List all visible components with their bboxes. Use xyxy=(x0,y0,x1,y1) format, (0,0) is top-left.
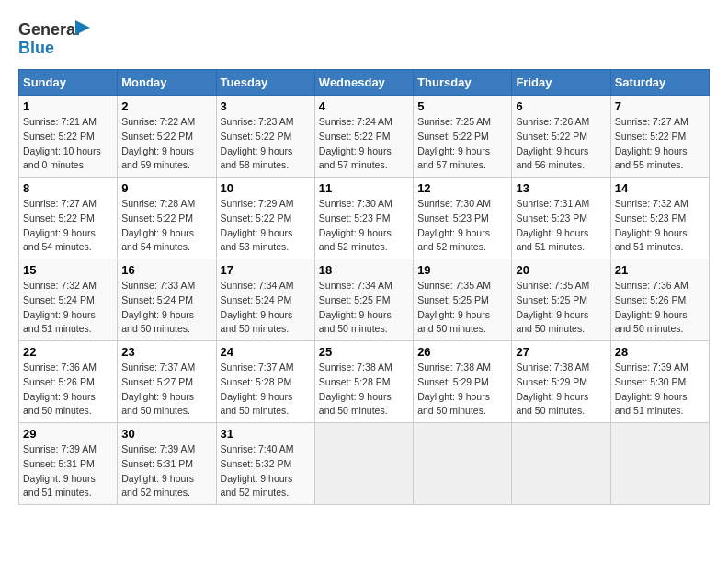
daylight-label: Daylight: 9 hours and 50 minutes. xyxy=(516,391,588,417)
daylight-label: Daylight: 9 hours and 52 minutes. xyxy=(319,227,392,253)
daylight-label: Daylight: 9 hours and 53 minutes. xyxy=(221,227,293,253)
logo: GeneralBlue xyxy=(18,18,92,60)
daylight-label: Daylight: 9 hours and 50 minutes. xyxy=(516,309,588,335)
sunset-label: Sunset: 5:28 PM xyxy=(221,376,292,387)
daylight-label: Daylight: 9 hours and 56 minutes. xyxy=(516,145,588,171)
day-number: 20 xyxy=(516,263,606,277)
day-number: 30 xyxy=(121,427,211,441)
day-info: Sunrise: 7:39 AM Sunset: 5:30 PM Dayligh… xyxy=(615,361,705,419)
day-info: Sunrise: 7:40 AM Sunset: 5:32 PM Dayligh… xyxy=(221,442,311,500)
daylight-label: Daylight: 9 hours and 50 minutes. xyxy=(23,391,96,417)
sunrise-label: Sunrise: 7:35 AM xyxy=(417,280,491,291)
calendar-cell xyxy=(512,423,610,505)
daylight-label: Daylight: 9 hours and 59 minutes. xyxy=(121,145,194,171)
day-info: Sunrise: 7:38 AM Sunset: 5:28 PM Dayligh… xyxy=(319,361,409,419)
calendar-cell: 9 Sunrise: 7:28 AM Sunset: 5:22 PM Dayli… xyxy=(118,178,216,259)
sunrise-label: Sunrise: 7:30 AM xyxy=(417,198,491,209)
day-number: 10 xyxy=(221,181,311,195)
day-info: Sunrise: 7:39 AM Sunset: 5:31 PM Dayligh… xyxy=(23,442,113,500)
sunrise-label: Sunrise: 7:29 AM xyxy=(221,198,294,209)
sunset-label: Sunset: 5:22 PM xyxy=(23,131,95,142)
daylight-label: Daylight: 9 hours and 54 minutes. xyxy=(121,227,194,253)
sunrise-label: Sunrise: 7:34 AM xyxy=(319,280,392,291)
day-number: 27 xyxy=(516,345,606,359)
sunset-label: Sunset: 5:31 PM xyxy=(23,458,95,469)
day-number: 13 xyxy=(516,181,606,195)
sunrise-label: Sunrise: 7:39 AM xyxy=(121,443,195,454)
sunrise-label: Sunrise: 7:38 AM xyxy=(417,362,491,373)
daylight-label: Daylight: 9 hours and 51 minutes. xyxy=(615,391,688,417)
calendar-cell: 10 Sunrise: 7:29 AM Sunset: 5:22 PM Dayl… xyxy=(216,178,314,259)
day-number: 11 xyxy=(319,181,409,195)
day-info: Sunrise: 7:23 AM Sunset: 5:22 PM Dayligh… xyxy=(221,115,311,173)
sunrise-label: Sunrise: 7:32 AM xyxy=(615,198,688,209)
day-number: 25 xyxy=(319,345,409,359)
sunset-label: Sunset: 5:29 PM xyxy=(516,376,587,387)
sunset-label: Sunset: 5:26 PM xyxy=(23,376,95,387)
sunrise-label: Sunrise: 7:31 AM xyxy=(516,198,589,209)
sunset-label: Sunset: 5:23 PM xyxy=(615,213,687,224)
sunrise-label: Sunrise: 7:24 AM xyxy=(319,116,392,127)
sunset-label: Sunset: 5:26 PM xyxy=(615,294,687,305)
daylight-label: Daylight: 9 hours and 50 minutes. xyxy=(221,309,293,335)
daylight-label: Daylight: 9 hours and 50 minutes. xyxy=(615,309,688,335)
sunrise-label: Sunrise: 7:39 AM xyxy=(23,443,97,454)
day-number: 18 xyxy=(319,263,409,277)
week-row-3: 15 Sunrise: 7:32 AM Sunset: 5:24 PM Dayl… xyxy=(19,259,710,341)
sunrise-label: Sunrise: 7:27 AM xyxy=(615,116,688,127)
header-saturday: Saturday xyxy=(610,70,709,96)
sunset-label: Sunset: 5:22 PM xyxy=(615,131,687,142)
day-info: Sunrise: 7:26 AM Sunset: 5:22 PM Dayligh… xyxy=(516,115,606,173)
calendar-cell xyxy=(610,423,709,505)
calendar-cell: 6 Sunrise: 7:26 AM Sunset: 5:22 PM Dayli… xyxy=(512,96,610,178)
daylight-label: Daylight: 9 hours and 52 minutes. xyxy=(417,227,490,253)
day-number: 1 xyxy=(23,99,113,113)
daylight-label: Daylight: 9 hours and 50 minutes. xyxy=(121,391,194,417)
sunrise-label: Sunrise: 7:39 AM xyxy=(615,362,688,373)
calendar-cell: 20 Sunrise: 7:35 AM Sunset: 5:25 PM Dayl… xyxy=(512,259,610,341)
calendar-header-row: SundayMondayTuesdayWednesdayThursdayFrid… xyxy=(19,70,710,96)
sunrise-label: Sunrise: 7:28 AM xyxy=(121,198,195,209)
sunset-label: Sunset: 5:22 PM xyxy=(221,131,292,142)
calendar-cell: 19 Sunrise: 7:35 AM Sunset: 5:25 PM Dayl… xyxy=(414,259,512,341)
calendar-cell: 29 Sunrise: 7:39 AM Sunset: 5:31 PM Dayl… xyxy=(19,423,118,505)
day-info: Sunrise: 7:35 AM Sunset: 5:25 PM Dayligh… xyxy=(417,279,507,337)
sunset-label: Sunset: 5:22 PM xyxy=(516,131,587,142)
sunset-label: Sunset: 5:32 PM xyxy=(221,458,292,469)
day-info: Sunrise: 7:32 AM Sunset: 5:23 PM Dayligh… xyxy=(615,197,705,255)
day-info: Sunrise: 7:22 AM Sunset: 5:22 PM Dayligh… xyxy=(121,115,211,173)
header-thursday: Thursday xyxy=(414,70,512,96)
calendar-cell: 13 Sunrise: 7:31 AM Sunset: 5:23 PM Dayl… xyxy=(512,178,610,259)
sunrise-label: Sunrise: 7:38 AM xyxy=(516,362,589,373)
sunrise-label: Sunrise: 7:27 AM xyxy=(23,198,97,209)
day-info: Sunrise: 7:32 AM Sunset: 5:24 PM Dayligh… xyxy=(23,279,113,337)
daylight-label: Daylight: 9 hours and 51 minutes. xyxy=(516,227,588,253)
svg-text:General: General xyxy=(18,20,80,39)
sunset-label: Sunset: 5:22 PM xyxy=(23,213,95,224)
sunrise-label: Sunrise: 7:25 AM xyxy=(417,116,491,127)
day-number: 15 xyxy=(23,263,113,277)
daylight-label: Daylight: 9 hours and 57 minutes. xyxy=(319,145,392,171)
day-number: 6 xyxy=(516,99,606,113)
week-row-5: 29 Sunrise: 7:39 AM Sunset: 5:31 PM Dayl… xyxy=(19,423,710,505)
sunrise-label: Sunrise: 7:32 AM xyxy=(23,280,97,291)
day-info: Sunrise: 7:37 AM Sunset: 5:27 PM Dayligh… xyxy=(121,361,211,419)
sunrise-label: Sunrise: 7:38 AM xyxy=(319,362,392,373)
calendar-cell: 23 Sunrise: 7:37 AM Sunset: 5:27 PM Dayl… xyxy=(118,341,216,423)
calendar-cell: 18 Sunrise: 7:34 AM Sunset: 5:25 PM Dayl… xyxy=(314,259,413,341)
sunset-label: Sunset: 5:25 PM xyxy=(319,294,391,305)
day-number: 16 xyxy=(121,263,211,277)
sunset-label: Sunset: 5:28 PM xyxy=(319,376,391,387)
daylight-label: Daylight: 9 hours and 50 minutes. xyxy=(121,309,194,335)
calendar-cell xyxy=(314,423,413,505)
calendar-cell: 30 Sunrise: 7:39 AM Sunset: 5:31 PM Dayl… xyxy=(118,423,216,505)
daylight-label: Daylight: 9 hours and 57 minutes. xyxy=(417,145,490,171)
daylight-label: Daylight: 9 hours and 51 minutes. xyxy=(23,473,96,499)
day-number: 28 xyxy=(615,345,705,359)
svg-text:Blue: Blue xyxy=(18,39,54,57)
sunrise-label: Sunrise: 7:37 AM xyxy=(221,362,294,373)
calendar-cell: 27 Sunrise: 7:38 AM Sunset: 5:29 PM Dayl… xyxy=(512,341,610,423)
sunset-label: Sunset: 5:25 PM xyxy=(516,294,587,305)
daylight-label: Daylight: 9 hours and 50 minutes. xyxy=(221,391,293,417)
calendar-cell: 4 Sunrise: 7:24 AM Sunset: 5:22 PM Dayli… xyxy=(314,96,413,178)
